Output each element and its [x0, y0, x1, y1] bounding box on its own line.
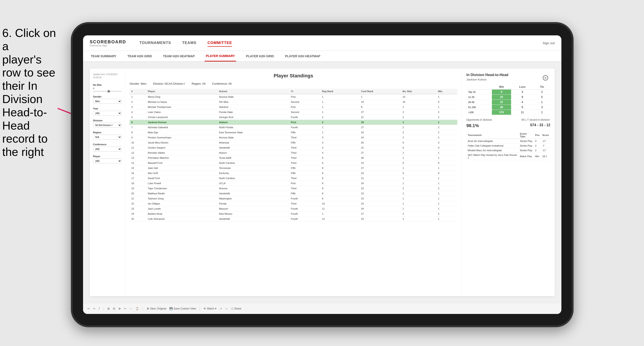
h2h-loss: 3	[511, 90, 534, 95]
table-row[interactable]: 14 Maxwell Ford North Carolina Third 6 2…	[130, 161, 457, 166]
year-select[interactable]: (All) First Second Third Fourth Fifth	[93, 111, 122, 116]
region-select[interactable]: N/A	[93, 135, 122, 140]
h2h-panel: In Division Head-to-Head Jackson Koivun …	[462, 69, 555, 296]
toolbar-add[interactable]: ⊞	[108, 307, 110, 310]
cell-reg-rank: 3	[320, 135, 359, 140]
toolbar-sort[interactable]: ↑↓	[225, 307, 228, 310]
toolbar-zoom[interactable]: ⊕	[118, 307, 121, 310]
cell-num: 19	[130, 186, 146, 191]
toolbar-timer[interactable]: ⌚	[136, 307, 139, 310]
cell-school: Arkansas	[217, 140, 289, 145]
wlt-value: 674 - 33 - 12	[530, 123, 550, 128]
cell-no-rds: 1	[401, 120, 436, 125]
h2h-close-button[interactable]: ✕	[543, 75, 548, 80]
sign-out-button[interactable]: Sign out	[542, 41, 555, 45]
h2h-row: 26-50 22 4 1	[466, 100, 550, 105]
nav-teams[interactable]: TEAMS	[182, 40, 196, 47]
tourn-col-name: Tournament	[466, 132, 518, 139]
cell-yr: Fifth	[289, 166, 320, 171]
cell-no-rds: 2	[401, 186, 436, 191]
h2h-tie: 5	[534, 95, 550, 100]
cell-reg-rank: 1	[320, 94, 359, 100]
bottom-toolbar: ↩ ↪ ⤴ | ⊞ ⊟ ⊕ ✂ ⋯ ⌚ | 🖥 View: Original 💾…	[83, 303, 562, 314]
table-row[interactable]: 25 Cole Sherwood Vanderbilt Fourth 12 23…	[130, 216, 457, 221]
cell-school: Tennessee	[217, 166, 289, 171]
table-row[interactable]: 20 Matthew Riedel Vanderbilt Fifth 8 23 …	[130, 191, 457, 196]
table-row[interactable]: 24 Bastien Amat New Mexico Fourth 1 27 2…	[130, 211, 457, 216]
sub-nav-team-summary[interactable]: TEAM SUMMARY	[90, 51, 117, 61]
table-row[interactable]: 9 Preston Summerhays Arizona State Third…	[130, 135, 457, 140]
gender-label: Gender	[93, 95, 122, 98]
cell-player: Nicholas Gabrelick	[146, 125, 217, 130]
toolbar-save-custom[interactable]: 💾 Save Custom View	[170, 307, 196, 310]
toolbar-redo[interactable]: ↪	[93, 307, 95, 310]
cell-yr: Third	[289, 135, 320, 140]
cell-yr: Third	[289, 176, 320, 181]
toolbar-more[interactable]: ⋯	[130, 307, 132, 310]
table-row[interactable]: 15 Jake Hall Tennessee Fifth 8 27 1 1	[130, 166, 457, 171]
cell-no-rds: 2	[401, 110, 436, 115]
toolbar-view-original[interactable]: 🖥 View: Original	[146, 307, 166, 310]
table-row[interactable]: 16 Alex Goff Kentucky Fifth 8 19 0 0	[130, 171, 457, 176]
table-row[interactable]: 22 Ian Gilligan Florida Third 10 24 1 1	[130, 201, 457, 206]
cell-player: Cole Sherwood	[146, 216, 217, 221]
h2h-loss: 11	[511, 110, 534, 115]
cell-no-rds: 1	[401, 181, 436, 186]
table-row[interactable]: 4 Luke Claton Florida State Second 1 27 …	[130, 110, 457, 115]
table-row[interactable]: 13 Phichaksn Maichon Texas A&M Third 6 3…	[130, 156, 457, 161]
player-select[interactable]: (All)	[93, 159, 122, 163]
nav-tournaments[interactable]: TOURNAMENTS	[139, 40, 171, 47]
table-row[interactable]: 10 Jacob Mou-Olesen Arkansas Fifth 4 25 …	[130, 140, 457, 145]
sub-nav-player-summary[interactable]: PLAYER SUMMARY	[205, 51, 236, 61]
cell-yr: Second	[289, 110, 320, 115]
cell-school: Vanderbilt	[217, 191, 289, 196]
h2h-col-win: Win	[492, 84, 511, 90]
table-row[interactable]: 1 Wenyi Ding Arizona State First 1 1 14 …	[130, 94, 457, 100]
table-row[interactable]: 5 Christo Lamprecht Georgia Tech Fourth …	[130, 115, 457, 120]
cell-no-rds: 1	[401, 201, 436, 206]
table-row[interactable]: 17 David Ford North Carolina Third 8 21 …	[130, 176, 457, 181]
cell-player: Maxwell Ford	[146, 161, 217, 166]
cell-reg-rank: 11	[320, 206, 359, 211]
no-rds-slider[interactable]	[93, 91, 122, 92]
table-row[interactable]: 6 Jackson Koivun Auburn First 2 18 1 1	[130, 120, 457, 125]
cell-school: Florida State	[217, 110, 289, 115]
logo-area: SCOREBOARD Powered by clippi	[90, 39, 126, 47]
division-select[interactable]: NCAA Division I NCAA Division II NCAA Di…	[93, 123, 122, 128]
sub-nav-player-h2h-grid[interactable]: PLAYER H2H GRID	[245, 51, 275, 61]
toolbar-export[interactable]: ↗	[220, 307, 222, 310]
cell-conf-rank: 1	[359, 94, 400, 100]
cell-no-rds: 1	[401, 196, 436, 201]
division-filter-chip: Division: NCAA Division I	[153, 82, 185, 85]
table-row[interactable]: 2 Michael La Sasso Ole Miss Second 1 19 …	[130, 100, 457, 105]
table-row[interactable]: 11 Gordon Sargent Vanderbilt Third 4 21 …	[130, 145, 457, 150]
table-row[interactable]: 23 Jack Lundin Missouri Fourth 11 24 1 1	[130, 206, 457, 211]
sub-nav-player-h2h-heatmap[interactable]: PLAYER H2H HEATMAP	[284, 51, 321, 61]
toolbar-remove[interactable]: ⊟	[113, 307, 115, 310]
toolbar-share[interactable]: ⬡ Share	[231, 307, 241, 310]
gender-select[interactable]: Men Women	[93, 99, 122, 104]
table-row[interactable]: 3 Michael Thorbjornsen Stanford First 1 …	[130, 105, 457, 110]
cell-num: 23	[130, 206, 146, 211]
toolbar-cut[interactable]: ✂	[124, 307, 126, 310]
table-row[interactable]: 21 Taehoon Song Washington Fourth 6 23 1…	[130, 196, 457, 201]
cell-conf-rank: 30	[359, 156, 400, 161]
toolbar-refresh[interactable]: ⤴	[98, 307, 100, 310]
table-row[interactable]: 12 Brendan Valdes Auburn Third 4 27 1 1	[130, 150, 457, 156]
table-row[interactable]: 18 Luke Powell UCLA First 8 24 1 1	[130, 181, 457, 186]
cell-player: Bastien Amat	[146, 211, 217, 216]
cell-no-rds: 1	[401, 156, 436, 161]
cell-school: Auburn	[217, 150, 289, 156]
nav-committee[interactable]: COMMITTEE	[208, 40, 232, 47]
sub-nav-team-h2h-heatmap[interactable]: TEAM H2H HEATMAP	[162, 51, 196, 61]
conference-select[interactable]: (All)	[93, 147, 122, 152]
toolbar-undo[interactable]: ↩	[88, 307, 90, 310]
table-row[interactable]: 19 Tiger Christensen Arizona Third 8 23 …	[130, 186, 457, 191]
cell-reg-rank: 1	[320, 100, 359, 105]
sub-nav-team-h2h-grid[interactable]: TEAM H2H GRID	[126, 51, 153, 61]
table-row[interactable]: 7 Nicholas Gabrelick North Florida Fourt…	[130, 125, 457, 130]
cell-num: 24	[130, 211, 146, 216]
col-conf-rank: Conf Rank	[359, 89, 400, 94]
table-row[interactable]: 8 Mats Ege East Tennessee State Fifth 1 …	[130, 130, 457, 135]
toolbar-watch[interactable]: 👁 Watch ▾	[204, 307, 216, 310]
